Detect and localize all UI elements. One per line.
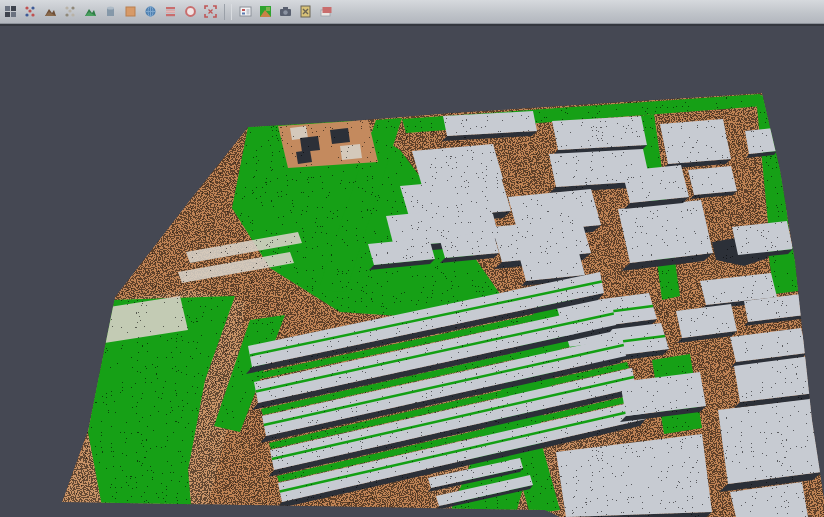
- texture-model-icon[interactable]: [122, 3, 139, 20]
- dense-cloud-icon[interactable]: [102, 3, 119, 20]
- workspace-panes-icon[interactable]: [2, 3, 19, 20]
- mesh-model-icon[interactable]: [82, 3, 99, 20]
- dem-layer-glyph: [164, 5, 177, 18]
- classify-dialog-glyph: [239, 5, 252, 18]
- terrain-model-glyph: [44, 5, 57, 18]
- 3d-viewport[interactable]: [0, 24, 824, 517]
- dense-cloud-glyph: [104, 5, 117, 18]
- viewport-top-divider: [0, 24, 824, 26]
- orthomosaic-icon[interactable]: [182, 3, 199, 20]
- terrain-model-icon[interactable]: [42, 3, 59, 20]
- layer-stack-glyph: [319, 5, 332, 18]
- region-resize-glyph: [204, 5, 217, 18]
- align-photos-glyph: [24, 5, 37, 18]
- region-resize-icon[interactable]: [202, 3, 219, 20]
- sparse-cloud-icon[interactable]: [62, 3, 79, 20]
- camera-view-icon[interactable]: [277, 3, 294, 20]
- export-document-glyph: [299, 5, 312, 18]
- camera-view-glyph: [279, 5, 292, 18]
- mesh-model-glyph: [84, 5, 97, 18]
- classify-dialog-icon[interactable]: [237, 3, 254, 20]
- classified-colors-icon[interactable]: [257, 3, 274, 20]
- tiled-model-glyph: [144, 5, 157, 18]
- orthomosaic-glyph: [184, 5, 197, 18]
- dem-layer-icon[interactable]: [162, 3, 179, 20]
- mesh-scene-canvas[interactable]: [0, 24, 824, 517]
- export-document-icon[interactable]: [297, 3, 314, 20]
- classified-mesh-model[interactable]: [0, 24, 824, 517]
- layer-stack-icon[interactable]: [317, 3, 334, 20]
- toolbar-separator: [224, 4, 232, 20]
- vegetation-points-speckle: [0, 24, 824, 517]
- classified-colors-glyph: [259, 5, 272, 18]
- main-toolbar: [0, 0, 824, 24]
- align-photos-icon[interactable]: [22, 3, 39, 20]
- tiled-model-icon[interactable]: [142, 3, 159, 20]
- sparse-cloud-glyph: [64, 5, 77, 18]
- workspace-panes-glyph: [4, 5, 17, 18]
- texture-model-glyph: [124, 5, 137, 18]
